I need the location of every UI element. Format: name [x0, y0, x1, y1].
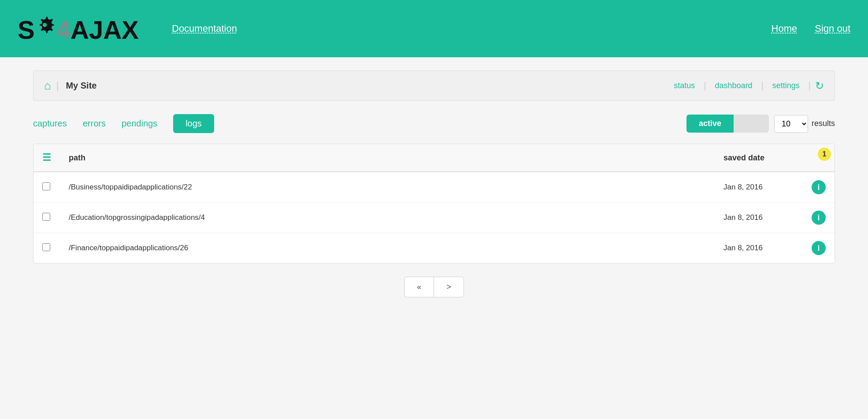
site-name: My Site [66, 81, 665, 91]
svg-text:4: 4 [56, 15, 70, 44]
header-right: Home Sign out [772, 23, 850, 34]
toggle-active-label[interactable]: active [686, 115, 734, 133]
results-label: results [812, 119, 835, 128]
table-header-action: 1 [803, 144, 835, 172]
tab-captures[interactable]: captures [33, 115, 67, 132]
row-checkbox[interactable] [42, 243, 50, 251]
tab-errors[interactable]: errors [83, 115, 106, 132]
prev-page-button[interactable]: « [404, 277, 434, 297]
row-date: Jan 8, 2016 [715, 203, 803, 233]
info-icon[interactable]: i [812, 180, 826, 194]
header-nav: Documentation [145, 23, 772, 34]
info-icon[interactable]: i [812, 211, 826, 225]
row-checkbox-cell [33, 233, 60, 263]
results-select: 10 25 50 100 results [774, 115, 835, 133]
row-date: Jan 8, 2016 [715, 233, 803, 263]
table-header-date: saved date [715, 144, 803, 172]
table-row: /Business/toppaidipadapplications/22 Jan… [33, 172, 835, 203]
tab-logs[interactable]: logs [173, 114, 214, 133]
table-row: /Finance/toppaidipadapplications/26 Jan … [33, 233, 835, 263]
results-count-select[interactable]: 10 25 50 100 [774, 115, 808, 133]
dashboard-link[interactable]: dashboard [706, 81, 761, 90]
active-toggle[interactable]: active [686, 115, 769, 133]
pagination: « > [33, 277, 835, 297]
site-bar: ⌂ | My Site status | dashboard | setting… [33, 70, 835, 101]
row-date: Jan 8, 2016 [715, 172, 803, 203]
main-content: ⌂ | My Site status | dashboard | setting… [15, 57, 853, 311]
logo: S 4 AJAX [18, 13, 145, 44]
home-icon[interactable]: ⌂ [44, 79, 51, 93]
row-checkbox-cell [33, 203, 60, 233]
row-action: i [803, 233, 835, 263]
tabs-right: active 10 25 50 100 results [686, 115, 835, 133]
site-links: status | dashboard | settings | ↻ [665, 80, 824, 92]
row-path: /Business/toppaidipadapplications/22 [60, 172, 715, 203]
tab-pendings[interactable]: pendings [122, 115, 157, 132]
documentation-link[interactable]: Documentation [172, 23, 237, 34]
svg-text:AJAX: AJAX [70, 15, 139, 44]
site-divider: | [56, 80, 59, 92]
tabs-bar: captures errors pendings logs active 10 … [33, 114, 835, 133]
settings-link[interactable]: settings [764, 81, 809, 90]
info-icon[interactable]: i [812, 241, 826, 255]
svg-point-2 [43, 23, 47, 27]
row-path: /Finance/toppaidipadapplications/26 [60, 233, 715, 263]
refresh-icon[interactable]: ↻ [815, 80, 824, 92]
table-header-row: ☰ path saved date 1 [33, 144, 835, 172]
table-header-path: path [60, 144, 715, 172]
table-header-icon: ☰ [33, 144, 60, 172]
row-checkbox-cell [33, 172, 60, 203]
grid-icon: ☰ [42, 152, 51, 163]
row-checkbox[interactable] [42, 182, 50, 190]
status-link[interactable]: status [665, 81, 704, 90]
svg-text:S: S [18, 15, 35, 44]
home-link[interactable]: Home [772, 23, 798, 34]
signout-link[interactable]: Sign out [815, 23, 850, 34]
header: S 4 AJAX Documentation Home Sign out [0, 0, 868, 57]
toggle-inactive-area[interactable] [734, 119, 769, 128]
next-page-button[interactable]: > [434, 277, 464, 297]
row-checkbox[interactable] [42, 213, 50, 221]
logo-image: S 4 AJAX [18, 13, 145, 44]
badge-count: 1 [818, 148, 831, 161]
data-table: ☰ path saved date 1 /Business/toppaidipa… [33, 144, 835, 263]
row-path: /Education/topgrossingipadapplications/4 [60, 203, 715, 233]
row-action: i [803, 203, 835, 233]
table-row: /Education/topgrossingipadapplications/4… [33, 203, 835, 233]
row-action: i [803, 172, 835, 203]
